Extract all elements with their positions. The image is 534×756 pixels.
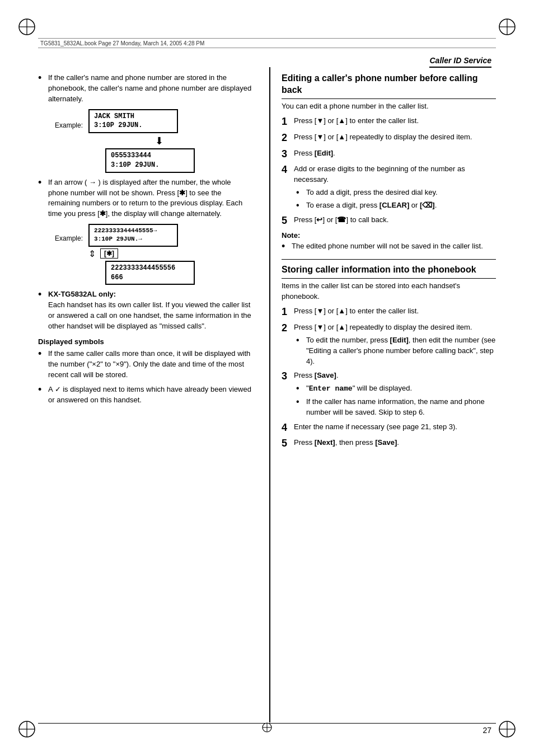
- header-bar: TG5831_5832AL.book Page 27 Monday, March…: [38, 38, 496, 48]
- section2-step-2: 2 Press [▼] or [▲] repeatedly to display…: [282, 322, 496, 367]
- symbol-bullet-2: • A ✓ is displayed next to items which h…: [38, 384, 252, 406]
- corner-mark-tl: [17, 17, 37, 37]
- s2-step3-sub2: • If the caller has name information, th…: [296, 397, 496, 418]
- example-label-2-text: Example:: [55, 234, 83, 242]
- s2-step-text-5: Press [Next], then press [Save].: [294, 438, 496, 448]
- section1-step-3: 3 Press [Edit].: [282, 148, 496, 161]
- section1-heading: Editing a caller's phone number before c…: [282, 73, 496, 99]
- section1-note: Note: • The edited phone number will not…: [282, 231, 496, 252]
- note-label: Note:: [282, 231, 496, 240]
- center-bottom-mark: [260, 721, 274, 736]
- section2-step-1: 1 Press [▼] or [▲] to enter the caller l…: [282, 306, 496, 318]
- step4-sub1-text: To add a digit, press the desired dial k…: [306, 187, 438, 198]
- page-title: Caller ID Service: [429, 56, 491, 68]
- section1-step-1: 1 Press [▼] or [▲] to enter the caller l…: [282, 116, 496, 128]
- s2-step3-sub2-dot: •: [296, 397, 304, 407]
- s2-step3-sub1-dot: •: [296, 383, 304, 393]
- s2-step-number-5: 5: [282, 438, 294, 450]
- bullet-dot-3: •: [38, 289, 46, 300]
- bullet-dot-2: •: [38, 177, 46, 189]
- left-column: • If the caller's name and phone number …: [38, 67, 252, 722]
- step-text-2: Press [▼] or [▲] repeatedly to display t…: [294, 132, 496, 143]
- corner-mark-tr: [497, 17, 517, 37]
- corner-mark-br: [497, 719, 517, 739]
- section2-intro: Items in the caller list can be stored i…: [282, 281, 496, 302]
- section2-step-4: 4 Enter the name if necessary (see page …: [282, 422, 496, 434]
- page-number: 27: [483, 726, 491, 735]
- s2-step-text-3: Press [Save]. • "Enter name" will be dis…: [294, 370, 496, 417]
- s2-step-number-3: 3: [282, 370, 294, 383]
- example-block-2: Example: 2223333344445555→ 3:10P 29JUN.→…: [55, 224, 252, 285]
- section2-heading: Storing caller information into the phon…: [282, 264, 496, 279]
- s2-step-number-1: 1: [282, 306, 294, 318]
- left-bullet-3-text: KX-TG5832AL only: Each handset has its o…: [48, 289, 252, 331]
- example-label-text: Example:: [55, 121, 83, 129]
- step4-sub2-dot: •: [296, 200, 304, 210]
- corner-mark-bl: [17, 719, 37, 739]
- example2-display2: 2223333344455556 666: [105, 261, 195, 285]
- example1-display1-line1: JACK SMITH: [94, 112, 134, 120]
- step-text-1: Press [▼] or [▲] to enter the caller lis…: [294, 116, 496, 126]
- example-block-1: Example: JACK SMITH 3:10P 29JUN. ⬇ 05553…: [55, 109, 252, 173]
- example1-display2-line2: 3:10P 29JUN.: [111, 161, 159, 169]
- step4-sub2-text: To erase a digit, press [CLEAR] or [⌫].: [306, 200, 437, 211]
- example-label-2: Example: 2223333344445555→ 3:10P 29JUN.→: [55, 224, 252, 247]
- s2-step2-sub1-text: To edit the number, press [Edit], then e…: [306, 335, 496, 367]
- step4-sub2: • To erase a digit, press [CLEAR] or [⌫]…: [296, 200, 496, 211]
- step-number-2: 2: [282, 132, 294, 144]
- left-bullet-3-title: KX-TG5832AL only:: [48, 290, 116, 298]
- step-number-3: 3: [282, 148, 294, 161]
- step-number-5: 5: [282, 215, 294, 227]
- s2-step2-sub1: • To edit the number, press [Edit], then…: [296, 335, 496, 367]
- s2-step3-sub2-text: If the caller has name information, the …: [306, 397, 496, 418]
- section1-step-2: 2 Press [▼] or [▲] repeatedly to display…: [282, 132, 496, 144]
- note-text: The edited phone number will not be save…: [292, 241, 496, 252]
- left-bullet-1: • If the caller's name and phone number …: [38, 73, 252, 105]
- symbol-bullet-1: • If the same caller calls more than onc…: [38, 349, 252, 381]
- example2-display1-line2: 3:10P 29JUN.→: [94, 236, 142, 242]
- step4-sub1-dot: •: [296, 187, 304, 198]
- example1-display1-line2: 3:10P 29JUN.: [94, 121, 142, 129]
- s2-step-number-2: 2: [282, 322, 294, 335]
- symbol-bullet-dot-1: •: [38, 349, 46, 360]
- bullet-dot-1: •: [38, 73, 46, 84]
- section1-step-5: 5 Press [↩] or [☎] to call back.: [282, 215, 496, 227]
- section-divider: [282, 259, 496, 260]
- note-bullet: • The edited phone number will not be sa…: [282, 241, 496, 252]
- s2-step-text-2: Press [▼] or [▲] repeatedly to display t…: [294, 322, 496, 367]
- example1-arrow: ⬇: [66, 135, 252, 147]
- symbol-bullet-2-text: A ✓ is displayed next to items which hav…: [48, 384, 252, 406]
- example1-display1: JACK SMITH 3:10P 29JUN.: [88, 109, 178, 134]
- displayed-symbols-heading: Displayed symbols: [38, 337, 252, 346]
- step-text-5: Press [↩] or [☎] to call back.: [294, 215, 496, 226]
- section1-step-4: 4 Add or erase digits to the beginning o…: [282, 164, 496, 210]
- section2-step-3: 3 Press [Save]. • "Enter name" will be d…: [282, 370, 496, 417]
- symbol-bullet-dot-2: •: [38, 384, 46, 396]
- section2-step-5: 5 Press [Next], then press [Save].: [282, 438, 496, 450]
- left-bullet-3: • KX-TG5832AL only: Each handset has its…: [38, 289, 252, 331]
- example1-display2-line1: 0555333444: [111, 152, 151, 159]
- s2-step-number-4: 4: [282, 422, 294, 434]
- right-column: Editing a caller's phone number before c…: [269, 67, 496, 722]
- left-bullet-2-text: If an arrow ( → ) is displayed after the…: [48, 177, 252, 219]
- example1-display2: 0555333444 3:10P 29JUN.: [105, 148, 195, 173]
- step4-sub1: • To add a digit, press the desired dial…: [296, 187, 496, 198]
- example-label-1: Example: JACK SMITH 3:10P 29JUN.: [55, 109, 252, 134]
- step-text-4: Add or erase digits to the beginning of …: [294, 164, 496, 210]
- content-area: • If the caller's name and phone number …: [38, 67, 496, 722]
- symbol-bullet-1-text: If the same caller calls more than once,…: [48, 349, 252, 381]
- example2-display1: 2223333344445555→ 3:10P 29JUN.→: [88, 224, 178, 247]
- section1-intro: You can edit a phone number in the calle…: [282, 101, 496, 112]
- s2-step3-sub1: • "Enter name" will be displayed.: [296, 383, 496, 395]
- s2-step-text-4: Enter the name if necessary (see page 21…: [294, 422, 496, 433]
- example2-display1-line1: 2223333344445555→: [94, 227, 157, 234]
- star-key-box: [✱]: [100, 248, 118, 259]
- example2-display2-line2: 666: [111, 274, 123, 281]
- step-number-1: 1: [282, 116, 294, 128]
- s2-step2-sub1-dot: •: [296, 335, 304, 345]
- left-bullet-3-body: Each handset has its own caller list. If…: [48, 300, 251, 330]
- example2-display2-line1: 2223333344455556: [111, 264, 175, 272]
- left-bullet-1-text: If the caller's name and phone number ar…: [48, 73, 252, 105]
- note-bullet-dot: •: [282, 241, 289, 252]
- header-meta-text: TG5831_5832AL.book Page 27 Monday, March…: [40, 40, 204, 46]
